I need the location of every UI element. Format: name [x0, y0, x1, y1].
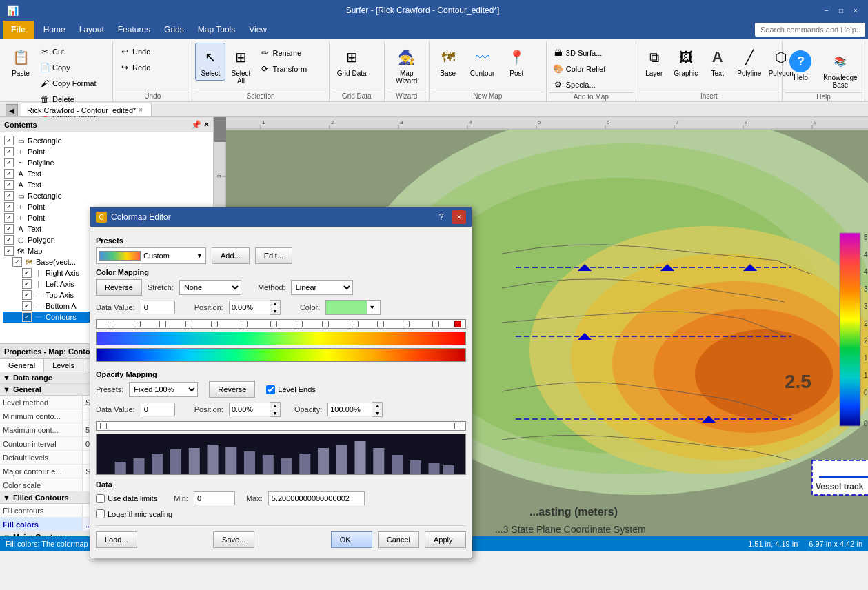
stretch-select[interactable]: None Linear Square Root [179, 280, 241, 295]
color-node[interactable] [108, 321, 114, 327]
tree-checkbox[interactable]: ✓ [4, 158, 14, 167]
search-input[interactable] [755, 23, 865, 37]
post-button[interactable]: 📍 Post [501, 43, 532, 81]
op-position-input[interactable] [229, 403, 270, 416]
color-node[interactable] [322, 321, 329, 327]
color-node[interactable] [185, 321, 192, 327]
knowledge-base-button[interactable]: 📚 Knowledge Base [819, 47, 862, 92]
tree-checkbox[interactable]: ✓ [4, 224, 14, 234]
map-wizard-button[interactable]: 🧙 Map Wizard [387, 43, 426, 88]
features-menu[interactable]: Features [111, 21, 157, 39]
opacity-control-track[interactable] [96, 421, 466, 431]
expand-icon[interactable]: ▼ [3, 533, 10, 536]
color-node[interactable] [403, 321, 410, 327]
tree-checkbox[interactable]: ✓ [4, 147, 14, 156]
base-button[interactable]: 🗺 Base [432, 43, 464, 81]
tree-checkbox[interactable]: ✓ [4, 191, 14, 201]
preset-selector[interactable]: Custom ▼ [96, 247, 206, 264]
edit-button[interactable]: Edit... [255, 247, 292, 264]
expand-icon[interactable]: ▼ [3, 374, 10, 382]
map-tools-menu[interactable]: Map Tools [191, 21, 242, 39]
log-scale-checkbox[interactable]: Logarithmic scaling [96, 509, 172, 518]
op-data-input[interactable] [141, 403, 175, 416]
opacity-input[interactable] [327, 403, 372, 416]
load-button[interactable]: Load... [96, 531, 137, 548]
level-ends-checkbox[interactable]: Level Ends [266, 385, 315, 394]
use-limits-input[interactable] [96, 494, 105, 503]
specials-button[interactable]: ⚙ Specia... [549, 77, 639, 92]
op-position-down[interactable]: ▼ [270, 409, 280, 416]
position-up-arrow[interactable]: ▲ [270, 301, 280, 307]
color-node[interactable] [134, 321, 141, 327]
3d-surface-button[interactable]: 🏔 3D Surfa... [549, 45, 639, 61]
expand-icon[interactable]: ▼ [3, 494, 10, 502]
dialog-help-button[interactable]: ? [434, 210, 448, 224]
layout-menu[interactable]: Layout [72, 21, 111, 39]
copy-format-button[interactable]: 🖌 Copy Format [36, 76, 125, 91]
contour-button[interactable]: 〰 Contour [465, 43, 500, 81]
tree-checkbox[interactable]: ✓ [4, 169, 14, 179]
opacity-node-end[interactable] [454, 423, 461, 429]
view-menu[interactable]: View [242, 21, 274, 39]
op-position-up[interactable]: ▲ [270, 403, 280, 409]
color-control-track[interactable] [96, 319, 466, 329]
tab-general[interactable]: General [0, 359, 44, 372]
tab-close-button[interactable]: × [139, 106, 143, 114]
tree-checkbox[interactable]: ✓ [4, 180, 14, 190]
tree-checkbox[interactable]: ✓ [22, 290, 32, 300]
tree-item-text1[interactable]: ✓ A Text [3, 168, 210, 179]
color-node[interactable] [352, 321, 359, 327]
method-select[interactable]: Linear Exact [291, 280, 353, 295]
max-input[interactable] [268, 491, 365, 505]
select-button[interactable]: ↖ Select [195, 43, 225, 81]
min-input[interactable] [194, 491, 235, 505]
color-node[interactable] [432, 321, 439, 327]
grid-data-button[interactable]: ⊞ Grid Data [332, 43, 372, 81]
tree-checkbox[interactable]: ✓ [22, 301, 32, 311]
tab-levels[interactable]: Levels [44, 359, 83, 372]
colormap-editor-dialog[interactable]: C Colormap Editor ? × Presets Custom ▼ A… [90, 207, 472, 558]
use-limits-checkbox[interactable]: Use data limits [96, 494, 157, 503]
color-node[interactable] [296, 321, 303, 327]
add-button[interactable]: Add... [212, 247, 250, 264]
file-menu[interactable]: File [3, 21, 34, 39]
home-menu[interactable]: Home [37, 21, 72, 39]
color-node[interactable] [211, 321, 218, 327]
select-all-button[interactable]: ⊞ Select All [225, 43, 256, 88]
grids-menu[interactable]: Grids [157, 21, 191, 39]
graphic-button[interactable]: 🖼 Graphic [671, 43, 701, 81]
cancel-button[interactable]: Cancel [378, 531, 419, 548]
color-node-end[interactable] [454, 321, 461, 327]
ok-button[interactable]: OK [331, 531, 372, 548]
tree-checkbox[interactable]: ✓ [4, 246, 14, 256]
help-button[interactable]: ? Help [785, 47, 816, 85]
polyline-button[interactable]: ╱ Polyline [734, 43, 765, 81]
apply-button[interactable]: Apply [425, 531, 466, 548]
opacity-presets-select[interactable]: Fixed 100% Linear [129, 382, 198, 397]
opacity-node-start[interactable] [100, 423, 107, 429]
close-button[interactable]: × [850, 5, 861, 16]
color-node[interactable] [241, 321, 248, 327]
save-button[interactable]: Save... [213, 531, 254, 548]
text-button[interactable]: A Text [703, 43, 733, 81]
opacity-up[interactable]: ▲ [372, 403, 382, 409]
color-node[interactable] [270, 321, 277, 327]
opacity-reverse-button[interactable]: Reverse [209, 381, 255, 398]
expand-icon[interactable]: ▼ [3, 385, 10, 394]
copy-button[interactable]: 📄 Copy [36, 60, 125, 75]
tree-checkbox[interactable]: ✓ [4, 213, 14, 223]
opacity-down[interactable]: ▼ [372, 409, 382, 416]
tree-checkbox[interactable]: ✓ [22, 312, 32, 322]
sidebar-close-icon[interactable]: × [204, 120, 209, 130]
tree-item-point1[interactable]: ✓ + Point [3, 146, 210, 157]
color-node[interactable] [159, 321, 166, 327]
tree-checkbox[interactable]: ✓ [4, 136, 14, 145]
reverse-button[interactable]: Reverse [96, 279, 142, 296]
tree-item-polyline[interactable]: ✓ ~ Polyline [3, 157, 210, 168]
position-down-arrow[interactable]: ▼ [270, 307, 280, 314]
tree-item-rectangle2[interactable]: ✓ ▭ Rectangle [3, 190, 210, 201]
paste-button[interactable]: 📋 Paste [6, 43, 36, 81]
data-value-input[interactable] [141, 301, 175, 314]
maximize-button[interactable]: □ [836, 5, 847, 16]
nav-left-button[interactable]: ◀ [6, 104, 18, 116]
